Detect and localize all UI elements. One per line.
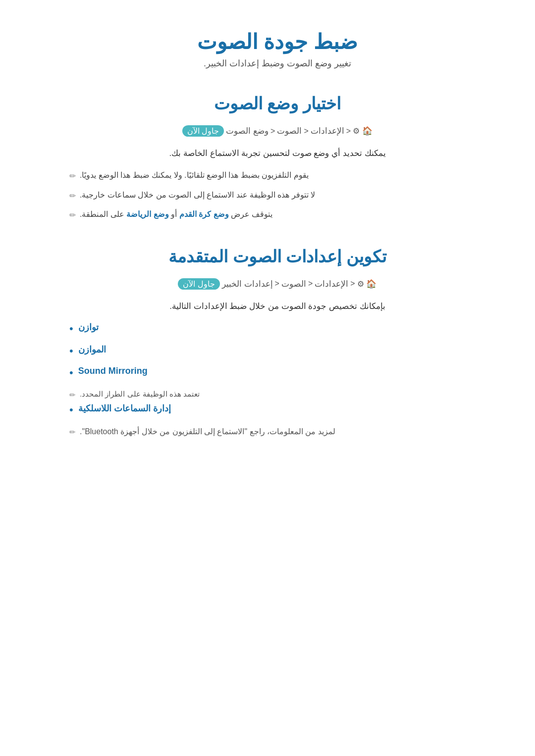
breadcrumb-try-now-2[interactable]: جاول الآن (178, 278, 219, 290)
breadcrumb-sep1: ⚙ (353, 126, 360, 136)
wireless-speakers-note-icon: ✏ (69, 426, 76, 438)
breadcrumb-arrow5: < (308, 279, 313, 288)
breadcrumb-sep2: ⚙ (357, 279, 364, 289)
note-1-icon: ✏ (69, 170, 76, 183)
breadcrumb-expert: إعدادات الخبير (222, 279, 273, 289)
list-item-wireless: إدارة السماعات اللاسلكية • (69, 403, 485, 417)
bullet-dot-4: • (69, 403, 73, 417)
page-header: ضبط جودة الصوت تغيير وضع الصوت وضبط إعدا… (59, 30, 495, 69)
list-item-balance: توازن • (69, 322, 485, 336)
wireless-label: إدارة السماعات اللاسلكية (78, 403, 171, 414)
bullet-dot-2: • (69, 344, 73, 358)
section-sound-mode: اختيار وضع الصوت 🏠 ⚙ < الإعدادات < الصوت… (59, 94, 495, 222)
breadcrumb-settings: الإعدادات (311, 126, 344, 136)
breadcrumb-arrow6: < (275, 279, 279, 288)
section-advanced-sound: تكوين إعدادات الصوت المتقدمة 🏠 ⚙ < الإعد… (59, 247, 495, 438)
list-item-sound-mirroring: Sound Mirroring • (69, 366, 485, 380)
breadcrumb-section2: 🏠 ⚙ < الإعدادات < الصوت < إعدادات الخبير… (59, 278, 495, 290)
note-2-text: لا تتوفر هذه الوظيفة عند الاستماع إلى ال… (80, 189, 315, 202)
note-3-icon: ✏ (69, 209, 76, 222)
note-2-icon: ✏ (69, 190, 76, 202)
breadcrumb-arrow4: < (350, 279, 355, 288)
section2-content: بإمكانك تخصيص جودة الصوت من خلال ضبط الإ… (59, 300, 495, 438)
wireless-speakers-note-text: لمزيد من المعلومات، راجع "الاستماع إلى ا… (80, 425, 335, 438)
breadcrumb-arrow1: < (346, 127, 351, 136)
note-2: لا تتوفر هذه الوظيفة عند الاستماع إلى ال… (69, 189, 485, 202)
page-title: ضبط جودة الصوت (59, 30, 495, 54)
wireless-speakers-note: لمزيد من المعلومات، راجع "الاستماع إلى ا… (69, 425, 485, 438)
note-3-text: يتوقف عرض وضع كرة القدم أو وضع الرياضة ع… (80, 208, 272, 221)
bullet-list-2: إدارة السماعات اللاسلكية • (69, 403, 485, 417)
list-item-equalizer: الموازن • (69, 344, 485, 358)
section1-intro: يمكنك تحديد أي وضع صوت لتحسين تجربة الاس… (69, 147, 485, 160)
note-1: يقوم التلفزيون بضبط هذا الوضع تلقائيًا. … (69, 169, 485, 183)
bullet-dot-1: • (69, 322, 73, 336)
section2-intro: بإمكانك تخصيص جودة الصوت من خلال ضبط الإ… (69, 300, 485, 313)
breadcrumb-sound-2: الصوت (281, 279, 306, 289)
sound-mirroring-note: تعتمد هذه الوظيفة على الطراز المحدد. ✏ (69, 388, 485, 401)
bullet-dot-3: • (69, 366, 73, 380)
bullet-list: توازن • الموازن • Sound Mirroring • (69, 322, 485, 380)
sound-mirroring-label: Sound Mirroring (78, 366, 148, 376)
breadcrumb-arrow2: < (304, 127, 308, 136)
breadcrumb-sound-mode: وضع الصوت (226, 126, 268, 136)
section1-content: يمكنك تحديد أي وضع صوت لتحسين تجربة الاس… (59, 147, 495, 222)
breadcrumb-sound: الصوت (277, 126, 302, 136)
balance-label: توازن (78, 322, 99, 333)
note-3: يتوقف عرض وضع كرة القدم أو وضع الرياضة ع… (69, 208, 485, 222)
breadcrumb-settings-2: الإعدادات (315, 279, 348, 289)
equalizer-label: الموازن (78, 344, 106, 355)
page-subtitle: تغيير وضع الصوت وضبط إعدادات الخبير. (59, 58, 495, 69)
breadcrumb-section1: 🏠 ⚙ < الإعدادات < الصوت < وضع الصوت جاول… (59, 125, 495, 137)
section1-title: اختيار وضع الصوت (59, 94, 495, 113)
home-icon: 🏠 (362, 126, 373, 137)
sound-mirroring-note-icon: ✏ (69, 389, 76, 401)
sound-mirroring-note-text: تعتمد هذه الوظيفة على الطراز المحدد. (80, 388, 200, 400)
breadcrumb-arrow3: < (270, 127, 275, 136)
home-icon-2: 🏠 (366, 278, 377, 289)
breadcrumb-try-now[interactable]: جاول الآن (182, 125, 224, 137)
note-1-text: يقوم التلفزيون بضبط هذا الوضع تلقائيًا. … (80, 169, 309, 182)
section2-title: تكوين إعدادات الصوت المتقدمة (59, 247, 495, 266)
